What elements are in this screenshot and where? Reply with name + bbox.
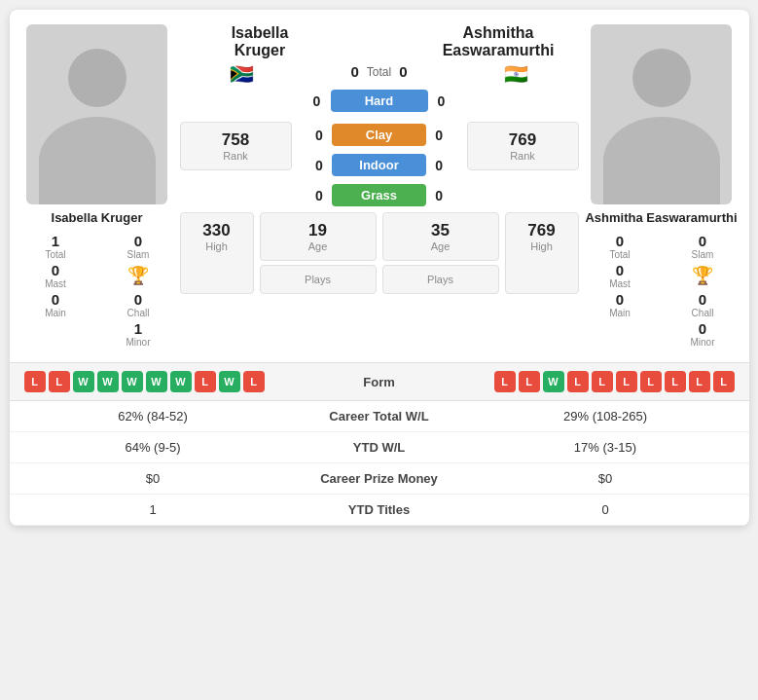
stat-left-value: $0 [24, 471, 282, 486]
left-form-badge: W [146, 371, 167, 392]
form-section: LLWWWWWLWL Form LLWLLLLLLL [10, 362, 749, 400]
left-rank-box: 758 Rank [180, 122, 292, 170]
right-form-badge: L [616, 371, 637, 392]
right-form-badge: W [543, 371, 564, 392]
stat-center-label: Career Total W/L [282, 409, 477, 424]
center-section: IsabellaKruger AshmithaEaswaramurthi 🇿🇦 … [180, 19, 579, 352]
stats-table-row: 1 YTD Titles 0 [10, 495, 749, 526]
clay-row: 0 Clay 0 [311, 124, 448, 146]
right-stat-slam: 0 Slam [667, 233, 740, 260]
left-form-badges: LLWWWWWLWL [24, 371, 265, 392]
stat-left-value: 64% (9-5) [24, 440, 282, 455]
left-age-box: 19 Age [260, 212, 377, 261]
left-form-badge: W [219, 371, 240, 392]
clay-button[interactable]: Clay [332, 124, 425, 146]
stats-table-row: 62% (84-52) Career Total W/L 29% (108-26… [10, 401, 749, 432]
left-form-badge: L [24, 371, 46, 392]
left-plays-box: Plays [260, 265, 377, 294]
right-stat-total: 0 Total [584, 233, 657, 260]
middle-col: 0 Clay 0 0 Indoor 0 0 Grass 0 [311, 122, 448, 208]
right-stat-mast: 0 Mast [584, 262, 657, 289]
right-trophy-icon: 🏆 [667, 262, 740, 289]
right-age-box: 35 Age [382, 212, 499, 261]
right-high-box: 769 High [505, 212, 579, 294]
hard-button[interactable]: Hard [331, 90, 428, 112]
right-form-badge: L [592, 371, 613, 392]
left-form-badge: L [49, 371, 70, 392]
top-section: Isabella Kruger 1 Total 0 Slam 0 Mast 🏆 … [10, 10, 749, 362]
stat-center-label: YTD Titles [282, 502, 477, 517]
right-form-badges: LLWLLLLLLL [494, 371, 735, 392]
indoor-row: 0 Indoor 0 [311, 154, 448, 176]
right-form-badge: L [713, 371, 735, 392]
right-flag: 🇮🇳 [502, 64, 531, 84]
stat-right-value: $0 [477, 471, 735, 486]
stat-center-label: Career Prize Money [282, 471, 477, 486]
stat-right-value: 29% (108-265) [477, 409, 735, 424]
left-stat-chall: 0 Chall [102, 291, 175, 318]
right-avatar [591, 24, 732, 204]
right-form-badge: L [519, 371, 540, 392]
right-player-stats: 0 Total 0 Slam 0 Mast 🏆 0 Main 0 [584, 233, 740, 348]
right-player-name: Ashmitha Easwaramurthi [585, 210, 737, 225]
stats-table-row: $0 Career Prize Money $0 [10, 463, 749, 495]
left-player-name: Isabella Kruger [52, 210, 143, 225]
left-trophy-icon: 🏆 [102, 262, 175, 289]
stats-table-row: 64% (9-5) YTD W/L 17% (3-15) [10, 432, 749, 463]
stat-center-label: YTD W/L [282, 440, 477, 455]
left-high-box: 330 High [180, 212, 254, 294]
stats-table: 62% (84-52) Career Total W/L 29% (108-26… [10, 400, 749, 526]
total-row: 0 Total 0 [350, 63, 407, 80]
left-stat-total: 1 Total [19, 233, 92, 260]
stat-right-value: 0 [477, 502, 735, 517]
right-stat-minor: 0 Minor [667, 320, 740, 348]
left-form-badge: W [97, 371, 119, 392]
left-form-badge: W [122, 371, 143, 392]
grass-row: 0 Grass 0 [311, 184, 448, 206]
grass-button[interactable]: Grass [332, 184, 425, 206]
right-stat-main: 0 Main [584, 291, 657, 318]
left-stat-mast: 0 Mast [19, 262, 92, 289]
left-avatar [26, 24, 167, 204]
hard-row: 0 Hard 0 [180, 90, 579, 112]
right-rank-box: 769 Rank [467, 122, 579, 170]
left-stat-minor: 1 Minor [102, 320, 175, 348]
left-stat-slam: 0 Slam [102, 233, 175, 260]
form-label: Form [363, 375, 395, 389]
right-plays-box: Plays [382, 265, 499, 294]
right-stats-col: 769 Rank [467, 122, 579, 170]
stats-columns: 758 Rank 0 Clay 0 0 Indoor 0 [180, 122, 579, 208]
stat-left-value: 1 [24, 502, 282, 517]
stat-right-value: 17% (3-15) [477, 440, 735, 455]
stat-left-value: 62% (84-52) [24, 409, 282, 424]
left-form-badge: L [243, 371, 265, 392]
left-stats-col: 758 Rank [180, 122, 292, 170]
left-form-badge: W [170, 371, 192, 392]
left-flag: 🇿🇦 [227, 64, 256, 84]
right-form-badge: L [665, 371, 686, 392]
center-left-name: IsabellaKruger [180, 24, 341, 59]
right-form-badge: L [567, 371, 589, 392]
right-form-badge: L [640, 371, 662, 392]
right-form-badge: L [494, 371, 516, 392]
left-form-badge: W [73, 371, 94, 392]
left-player-stats: 1 Total 0 Slam 0 Mast 🏆 0 Main 0 [19, 233, 175, 348]
main-card: Isabella Kruger 1 Total 0 Slam 0 Mast 🏆 … [10, 10, 749, 526]
right-stat-chall: 0 Chall [667, 291, 740, 318]
left-stat-main: 0 Main [19, 291, 92, 318]
left-form-badge: L [195, 371, 216, 392]
left-player-panel: Isabella Kruger 1 Total 0 Slam 0 Mast 🏆 … [10, 19, 180, 352]
center-right-name: AshmithaEaswaramurthi [418, 24, 579, 59]
right-form-badge: L [689, 371, 710, 392]
center-names-row: IsabellaKruger AshmithaEaswaramurthi [180, 24, 579, 59]
right-player-panel: Ashmitha Easwaramurthi 0 Total 0 Slam 0 … [579, 19, 749, 352]
indoor-button[interactable]: Indoor [332, 154, 425, 176]
